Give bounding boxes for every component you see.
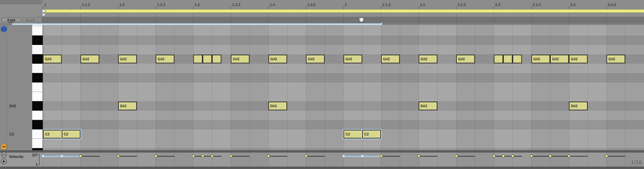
velocity-marker-C2[interactable] — [42, 155, 45, 158]
midi-note-G#2[interactable] — [494, 55, 503, 63]
piano-key-B2[interactable] — [32, 26, 43, 36]
ruler-tick-major — [531, 6, 532, 9]
grid-line-16th — [287, 153, 287, 167]
ruler-tick-major — [381, 6, 381, 9]
automation-lane-icon[interactable] — [1, 152, 7, 158]
velocity-marker-G#2[interactable] — [492, 155, 495, 158]
velocity-marker-G#2[interactable] — [530, 155, 533, 158]
velocity-marker-G#2[interactable] — [154, 155, 157, 158]
midi-note-C2[interactable]: C2 — [62, 130, 80, 138]
velocity-marker-G#2[interactable] — [79, 155, 82, 158]
velocity-marker-G#2[interactable] — [201, 155, 204, 158]
piano-key-E2[interactable] — [32, 92, 43, 101]
velocity-marker-G#2[interactable] — [305, 155, 308, 158]
midi-note-G#2[interactable]: G#2 — [306, 55, 325, 63]
velocity-min-value[interactable]: 1 — [23, 163, 38, 166]
loop-bar-row[interactable] — [0, 9, 644, 13]
piano-key-G2[interactable] — [32, 64, 43, 73]
velocity-marker-G#2[interactable] — [502, 155, 505, 158]
scale-button[interactable]: Scale — [22, 17, 38, 22]
midi-note-G#2[interactable]: G#2 — [381, 55, 400, 63]
velocity-marker-G#2[interactable] — [211, 155, 214, 158]
midi-note-G#2[interactable]: G#2 — [569, 55, 588, 63]
piano-key-F2[interactable] — [32, 82, 43, 92]
grid-line-16th — [625, 25, 626, 150]
midi-note-G#2[interactable]: G#2 — [231, 55, 250, 63]
piano-key-B1[interactable] — [32, 139, 43, 148]
velocity-marker-D#2[interactable] — [267, 155, 270, 158]
midi-note-D#2[interactable]: D#2 — [569, 102, 588, 110]
midi-note-G#2[interactable]: G#2 — [43, 55, 62, 63]
ruler-curl-tab-icon[interactable] — [38, 17, 43, 23]
midi-note-G#2[interactable]: G#2 — [343, 55, 362, 63]
ruler-tick-major — [569, 6, 569, 9]
grid-line-16th — [400, 153, 400, 167]
midi-note-G#2[interactable] — [503, 55, 513, 63]
midi-note-G#2[interactable] — [212, 55, 221, 63]
scrub-area[interactable] — [0, 13, 644, 17]
beat-time-ruler[interactable]: 11.1.31.21.2.31.31.3.31.41.4.322.1.32.22… — [0, 0, 644, 9]
grid-line-16th — [569, 25, 569, 150]
midi-note-D#2[interactable]: D#2 — [268, 102, 287, 110]
start-marker-icon[interactable] — [359, 17, 364, 23]
midi-note-C2[interactable]: C2 — [343, 130, 362, 138]
midi-note-G#2[interactable] — [513, 55, 522, 63]
midi-note-G#2[interactable] — [203, 55, 212, 63]
midi-note-D#2[interactable]: D#2 — [419, 102, 437, 110]
grid-setting-label[interactable]: 1/16 — [631, 159, 642, 166]
velocity-lane[interactable]: Velocity 127 1 1/16 — [0, 153, 644, 167]
ruler-tick-major — [80, 6, 81, 9]
fold-lanes-arrow-icon[interactable] — [1, 144, 7, 150]
velocity-separator[interactable] — [0, 150, 644, 153]
velocity-marker-D#2[interactable] — [417, 155, 420, 158]
velocity-marker-G#2[interactable] — [229, 155, 232, 158]
grid-line — [494, 17, 494, 23]
piano-key-F#2[interactable] — [32, 73, 43, 82]
midi-note-G#2[interactable]: G#2 — [419, 55, 437, 63]
velocity-marker-G#2[interactable] — [511, 155, 514, 158]
midi-note-C2[interactable]: C2 — [43, 130, 62, 138]
velocity-marker-C2[interactable] — [361, 155, 364, 158]
velocity-marker-G#2[interactable] — [549, 155, 552, 158]
midi-note-G#2[interactable]: G#2 — [550, 55, 569, 63]
velocity-marker-G#2[interactable] — [192, 155, 195, 158]
note-grid-area[interactable]: G#2G#2G#2G#2G#2G#2G#2G#2G#2G#2G#2G#2G#2G… — [0, 25, 644, 150]
ruler-label: 1.2 — [119, 3, 124, 7]
clip-start-marker-icon[interactable] — [42, 13, 47, 17]
midi-note-D#2[interactable]: D#2 — [118, 102, 137, 110]
grid-line-16th — [475, 25, 475, 150]
grid-line — [419, 17, 419, 23]
velocity-stem — [606, 156, 625, 157]
velocity-marker-D#2[interactable] — [568, 155, 571, 158]
piano-key-C2[interactable] — [32, 129, 43, 139]
midi-note-C2[interactable]: C2 — [362, 130, 381, 138]
midi-note-G#2[interactable]: G#2 — [268, 55, 287, 63]
midi-note-G#2[interactable]: G#2 — [80, 55, 99, 63]
grid-line-16th — [99, 25, 100, 150]
piano-key-D#2[interactable] — [32, 101, 43, 111]
grid-line-16th — [137, 25, 137, 150]
midi-note-G#2[interactable]: G#2 — [531, 55, 550, 63]
velocity-marker-C2[interactable] — [60, 155, 63, 158]
play-lane-icon[interactable] — [1, 158, 7, 165]
piano-key-G#2[interactable] — [32, 54, 43, 64]
midi-note-G#2[interactable]: G#2 — [606, 55, 625, 63]
velocity-marker-G#2[interactable] — [380, 155, 383, 158]
piano-key-A#2[interactable] — [32, 36, 43, 45]
piano-key-C#2[interactable] — [32, 120, 43, 129]
velocity-marker-C2[interactable] — [342, 155, 345, 158]
piano-key-D2[interactable] — [32, 111, 43, 120]
loop-brace[interactable] — [43, 9, 644, 13]
preview-headphone-icon[interactable] — [1, 26, 7, 32]
midi-note-G#2[interactable] — [193, 55, 203, 63]
velocity-marker-D#2[interactable] — [117, 155, 120, 158]
midi-note-G#2[interactable]: G#2 — [118, 55, 137, 63]
ruler-tick-major — [231, 6, 231, 9]
midi-note-G#2[interactable]: G#2 — [456, 55, 475, 63]
velocity-max-value[interactable]: 127 — [23, 153, 38, 157]
velocity-marker-G#2[interactable] — [455, 155, 458, 158]
piano-key-A2[interactable] — [32, 45, 43, 54]
midi-note-G#2[interactable]: G#2 — [156, 55, 174, 63]
fold-button[interactable]: Fold — [2, 17, 21, 22]
velocity-marker-G#2[interactable] — [605, 155, 608, 158]
